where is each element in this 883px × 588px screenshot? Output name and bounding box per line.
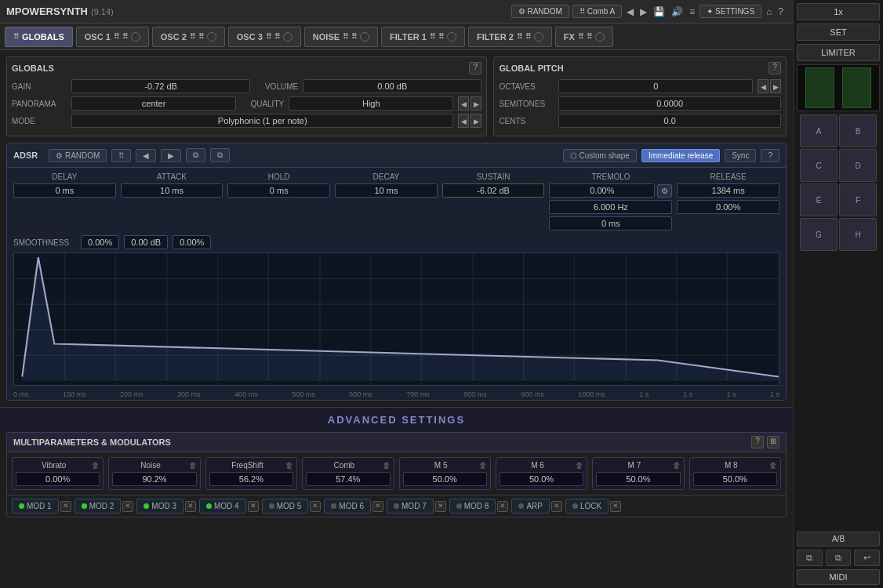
mod-btn-delete-7[interactable]: ✕ bbox=[497, 501, 508, 512]
next-preset-icon[interactable]: ▶ bbox=[640, 6, 647, 17]
mod-slot-value-4[interactable]: 50.0% bbox=[403, 472, 487, 486]
preset-button[interactable]: ⠿ Comb A bbox=[572, 5, 622, 18]
key-d[interactable]: D bbox=[839, 149, 877, 182]
adsr-help-btn[interactable]: ? bbox=[761, 149, 779, 162]
mod-btn-delete-1[interactable]: ✕ bbox=[122, 501, 133, 512]
mod-btn-9[interactable]: LOCK bbox=[565, 499, 609, 514]
mod-btn-7[interactable]: MOD 8 bbox=[449, 499, 496, 514]
tab-osc1[interactable]: OSC 1 ⠿ ⠿ bbox=[76, 27, 149, 47]
release-pct[interactable]: 0.00% bbox=[677, 200, 779, 214]
octaves-prev-btn[interactable]: ◀ bbox=[758, 79, 769, 93]
mod-btn-5[interactable]: MOD 6 bbox=[324, 499, 371, 514]
gain-value[interactable]: -0.72 dB bbox=[71, 79, 250, 93]
smoothness-value[interactable]: 0.00% bbox=[81, 235, 119, 249]
mod-btn-4[interactable]: MOD 5 bbox=[262, 499, 309, 514]
sync-btn[interactable]: Sync bbox=[725, 149, 756, 162]
mod-slot-value-6[interactable]: 50.0% bbox=[596, 472, 680, 486]
paste-btn[interactable]: ⧉ bbox=[826, 550, 852, 566]
random-button[interactable]: ⚙ RANDOM bbox=[511, 5, 569, 18]
cents-value[interactable]: 0.0 bbox=[558, 114, 781, 128]
release-value[interactable]: 1384 ms bbox=[677, 183, 779, 198]
tab-fx[interactable]: FX ⠿ ⠿ bbox=[555, 27, 613, 47]
midi-btn[interactable]: MIDI bbox=[797, 569, 880, 585]
quality-next-btn[interactable]: ▶ bbox=[471, 96, 481, 111]
semitones-value[interactable]: 0.0000 bbox=[558, 96, 781, 111]
filter2-power[interactable] bbox=[534, 32, 543, 42]
mod-btn-1[interactable]: MOD 2 bbox=[74, 499, 122, 514]
mod-btn-delete-6[interactable]: ✕ bbox=[435, 501, 446, 512]
key-h[interactable]: H bbox=[839, 218, 877, 251]
mod-slot-value-3[interactable]: 57.4% bbox=[306, 472, 390, 486]
osc1-power[interactable] bbox=[131, 32, 140, 42]
mod-btn-3[interactable]: MOD 4 bbox=[199, 499, 246, 514]
delay-value[interactable]: 0 ms bbox=[13, 183, 116, 198]
mod-slot-delete-7[interactable]: 🗑 bbox=[769, 461, 777, 470]
copy-btn[interactable]: ⧉ bbox=[797, 550, 823, 566]
multiparams-help-btn[interactable]: ? bbox=[751, 436, 764, 448]
mod-slot-delete-2[interactable]: 🗑 bbox=[285, 461, 293, 470]
mod-btn-delete-2[interactable]: ✕ bbox=[185, 501, 196, 512]
immediate-release-btn[interactable]: Immediate release bbox=[641, 149, 720, 162]
multiplier-btn[interactable]: 1x bbox=[797, 3, 880, 20]
mod-btn-0[interactable]: MOD 1 bbox=[12, 499, 59, 514]
smoothness-db[interactable]: 0.00 dB bbox=[124, 235, 168, 249]
undo-btn[interactable]: ↩ bbox=[854, 550, 880, 566]
globals-help-btn[interactable]: ? bbox=[469, 62, 481, 74]
mod-btn-delete-9[interactable]: ✕ bbox=[610, 501, 621, 512]
ab-btn[interactable]: A/B bbox=[797, 532, 880, 546]
mod-btn-delete-5[interactable]: ✕ bbox=[372, 501, 383, 512]
key-a[interactable]: A bbox=[800, 114, 838, 147]
octaves-value[interactable]: 0 bbox=[558, 79, 753, 93]
mod-slot-value-0[interactable]: 0.00% bbox=[16, 472, 100, 486]
volume-icon[interactable]: 🔊 bbox=[671, 6, 683, 17]
mod-btn-delete-4[interactable]: ✕ bbox=[310, 501, 321, 512]
prev-preset-icon[interactable]: ◀ bbox=[627, 6, 634, 17]
mod-slot-delete-5[interactable]: 🗑 bbox=[576, 461, 583, 470]
mod-slot-delete-0[interactable]: 🗑 bbox=[92, 461, 100, 470]
mod-slot-value-7[interactable]: 50.0% bbox=[693, 472, 777, 486]
osc2-power[interactable] bbox=[207, 32, 216, 42]
mod-btn-8[interactable]: ARP bbox=[511, 499, 550, 514]
sustain-value[interactable]: -6.02 dB bbox=[442, 183, 545, 198]
tab-filter1[interactable]: FILTER 1 ⠿ ⠿ bbox=[381, 27, 465, 47]
adsr-paste-btn[interactable]: ⧉ bbox=[210, 148, 230, 162]
volume-value[interactable]: 0.00 dB bbox=[303, 79, 481, 93]
mod-slot-delete-1[interactable]: 🗑 bbox=[189, 461, 197, 470]
adsr-random-btn[interactable]: ⚙ RANDOM bbox=[49, 149, 107, 162]
multiparams-expand-btn[interactable]: ⊞ bbox=[767, 436, 779, 448]
mode-value[interactable]: Polyphonic (1 per note) bbox=[71, 114, 453, 128]
tab-osc3[interactable]: OSC 3 ⠿ ⠿ bbox=[228, 27, 301, 47]
tab-filter2[interactable]: FILTER 2 ⠿ ⠿ bbox=[468, 27, 552, 47]
quality-prev-btn[interactable]: ◀ bbox=[458, 96, 469, 111]
tab-globals[interactable]: ⠿ GLOBALS bbox=[5, 27, 73, 47]
eq-icon[interactable]: ≡ bbox=[689, 6, 695, 17]
attack-value[interactable]: 10 ms bbox=[121, 183, 223, 198]
help-icon[interactable]: ? bbox=[778, 6, 783, 17]
adsr-next-btn[interactable]: ▶ bbox=[161, 149, 181, 162]
mod-btn-6[interactable]: MOD 7 bbox=[387, 499, 434, 514]
key-g[interactable]: G bbox=[800, 218, 838, 251]
mod-slot-delete-3[interactable]: 🗑 bbox=[383, 461, 391, 470]
tab-osc2[interactable]: OSC 2 ⠿ ⠿ bbox=[152, 27, 225, 47]
mode-prev-btn[interactable]: ◀ bbox=[458, 114, 469, 128]
tab-noise[interactable]: NOISE ⠿ ⠿ bbox=[304, 27, 378, 47]
mod-btn-delete-3[interactable]: ✕ bbox=[248, 501, 259, 512]
global-pitch-help-btn[interactable]: ? bbox=[769, 62, 781, 74]
adsr-copy-btn[interactable]: ⧉ bbox=[186, 148, 205, 162]
mod-slot-value-1[interactable]: 90.2% bbox=[112, 472, 196, 486]
mode-next-btn[interactable]: ▶ bbox=[471, 114, 481, 128]
tremolo-freq[interactable]: 6.000 Hz bbox=[549, 200, 672, 214]
key-e[interactable]: E bbox=[800, 183, 838, 216]
panorama-value[interactable]: center bbox=[71, 96, 236, 111]
mod-slot-value-2[interactable]: 56.2% bbox=[209, 472, 293, 486]
set-btn[interactable]: SET bbox=[797, 24, 880, 41]
home-icon[interactable]: ⌂ bbox=[766, 6, 772, 17]
octaves-next-btn[interactable]: ▶ bbox=[770, 79, 781, 93]
settings-button[interactable]: ✦ SETTINGS bbox=[699, 5, 761, 18]
adsr-grid-btn[interactable]: ⠿ bbox=[111, 149, 131, 162]
osc3-power[interactable] bbox=[283, 32, 293, 42]
key-b[interactable]: B bbox=[839, 114, 877, 147]
mod-slot-delete-6[interactable]: 🗑 bbox=[673, 461, 681, 470]
mod-btn-delete-0[interactable]: ✕ bbox=[60, 501, 71, 512]
decay-value[interactable]: 10 ms bbox=[335, 183, 438, 198]
